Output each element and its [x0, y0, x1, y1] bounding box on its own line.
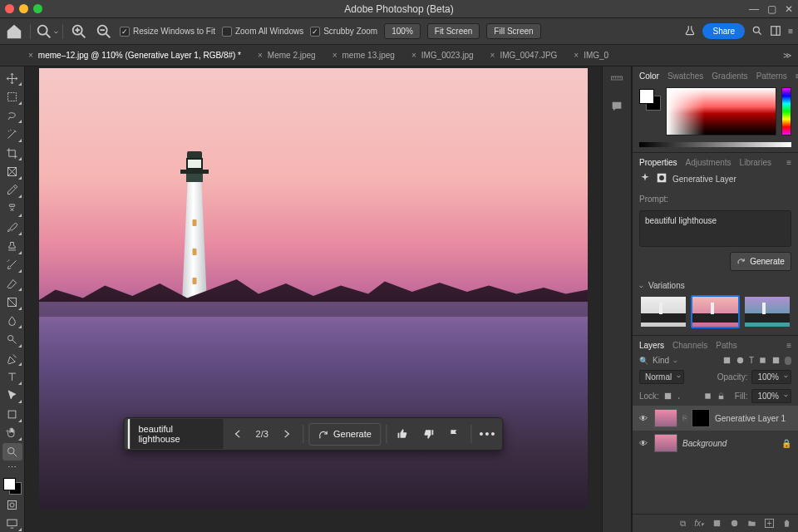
filter-adjust-icon[interactable]: [736, 356, 745, 365]
healing-tool[interactable]: [2, 200, 22, 217]
zoom-in-icon[interactable]: [70, 22, 88, 41]
comments-panel-icon[interactable]: [610, 100, 623, 115]
crop-tool[interactable]: [2, 145, 22, 161]
filter-pixel-icon[interactable]: [722, 356, 732, 365]
thumbs-up-icon[interactable]: [392, 422, 414, 446]
eraser-tool[interactable]: [2, 275, 22, 292]
more-icon[interactable]: •••: [476, 422, 499, 446]
lock-move-icon[interactable]: [690, 392, 699, 401]
panel-menu-icon[interactable]: ≡: [786, 341, 791, 350]
layer-name[interactable]: Generative Layer 1: [715, 414, 786, 423]
group-icon[interactable]: [747, 519, 756, 528]
layer-row[interactable]: 👁⎘Generative Layer 1: [633, 406, 798, 431]
tab-close-icon[interactable]: ×: [574, 51, 579, 60]
lock-trans-icon[interactable]: [663, 392, 672, 401]
panel-tab-swatches[interactable]: Swatches: [667, 71, 703, 81]
visibility-icon[interactable]: 👁: [639, 439, 649, 448]
dodge-tool[interactable]: [2, 331, 22, 347]
filter-type-icon[interactable]: T: [749, 356, 754, 365]
window-close[interactable]: [5, 4, 14, 13]
panel-tab-paths[interactable]: Paths: [716, 341, 737, 350]
window-zoom[interactable]: [33, 4, 42, 13]
panel-menu-icon[interactable]: ≡: [788, 27, 793, 36]
move-tool[interactable]: [2, 70, 22, 86]
fill-input[interactable]: 100%: [751, 389, 791, 403]
document-tab[interactable]: ×IMG_0: [570, 51, 612, 60]
filter-smart-icon[interactable]: [771, 356, 781, 365]
panel-tab-libraries[interactable]: Libraries: [740, 158, 771, 167]
home-icon[interactable]: [5, 22, 23, 41]
delete-layer-icon[interactable]: [782, 519, 791, 528]
zoom-tool-icon[interactable]: ⌵: [37, 22, 56, 41]
lock-icon[interactable]: 🔒: [781, 439, 791, 448]
layer-name[interactable]: Background: [682, 439, 727, 448]
filter-shape-icon[interactable]: [758, 356, 767, 365]
variation-thumb-1[interactable]: [639, 295, 687, 328]
visibility-icon[interactable]: 👁: [639, 414, 649, 423]
variation-thumb-3[interactable]: [743, 295, 791, 328]
document-tab[interactable]: ×IMG_0047.JPG: [487, 51, 561, 60]
mask-thumb[interactable]: [692, 409, 710, 427]
hand-tool[interactable]: [2, 425, 22, 441]
gradient-tool[interactable]: [2, 293, 22, 310]
frame-tool[interactable]: [2, 163, 22, 180]
layer-thumb[interactable]: [654, 409, 677, 427]
lasso-tool[interactable]: [2, 107, 22, 124]
panel-tab-adjustments[interactable]: Adjustments: [686, 158, 732, 167]
beaker-icon[interactable]: [684, 25, 696, 38]
blend-mode-dropdown[interactable]: Normal: [639, 370, 684, 384]
zoom-all-checkbox[interactable]: Zoom All Windows: [222, 27, 303, 37]
win-min-icon[interactable]: —: [749, 3, 759, 15]
generate-button[interactable]: Generate: [308, 423, 381, 446]
panel-tab-properties[interactable]: Properties: [639, 158, 677, 167]
wand-tool[interactable]: [2, 126, 22, 142]
variations-label[interactable]: ⌵Variations: [633, 276, 798, 295]
lock-paint-icon[interactable]: [677, 392, 686, 401]
shape-tool[interactable]: [2, 406, 22, 422]
edit-toolbar[interactable]: ⋯: [2, 462, 22, 473]
layer-row[interactable]: 👁Background🔒: [633, 431, 798, 456]
brush-tool[interactable]: [2, 219, 22, 236]
win-close-icon[interactable]: ✕: [785, 3, 793, 15]
panel-tab-color[interactable]: Color: [639, 71, 659, 81]
document-tab[interactable]: ×meme 13.jpeg: [329, 51, 398, 60]
color-field[interactable]: [666, 87, 776, 135]
link-layers-icon[interactable]: ⧉: [680, 519, 686, 529]
next-variation-button[interactable]: [275, 422, 298, 446]
tab-close-icon[interactable]: ×: [258, 51, 263, 60]
canvas-area[interactable]: beautiful lighthouse 2/3 Generate •••: [25, 66, 602, 532]
filter-toggle[interactable]: [785, 357, 791, 365]
opacity-input[interactable]: 100%: [751, 370, 791, 384]
window-minimize[interactable]: [19, 4, 28, 13]
new-layer-icon[interactable]: +: [765, 519, 774, 528]
document-tab[interactable]: ×meme–12.jpg @ 110% (Generative Layer 1,…: [25, 51, 244, 60]
zoom-100-button[interactable]: 100%: [384, 23, 421, 39]
scrubby-zoom-checkbox[interactable]: ✓Scrubby Zoom: [310, 27, 377, 37]
path-select-tool[interactable]: [2, 387, 22, 404]
brightness-strip[interactable]: [639, 142, 791, 147]
tab-close-icon[interactable]: ×: [490, 51, 495, 60]
zoom-out-icon[interactable]: [95, 22, 113, 41]
tabs-overflow-icon[interactable]: ≫: [783, 51, 791, 60]
resize-windows-checkbox[interactable]: ✓Resize Windows to Fit: [120, 27, 215, 37]
lock-all-icon[interactable]: [717, 392, 726, 401]
adjustment-layer-icon[interactable]: [730, 519, 739, 528]
stamp-tool[interactable]: [2, 238, 22, 254]
panel-tab-channels[interactable]: Channels: [672, 341, 707, 350]
panel-tab-patterns[interactable]: Patterns: [756, 71, 787, 81]
quickmask-icon[interactable]: [2, 496, 22, 513]
panel-color-swatch[interactable]: [639, 89, 661, 111]
marquee-tool[interactable]: [2, 88, 22, 105]
win-max-icon[interactable]: ▢: [767, 3, 776, 15]
workspace-icon[interactable]: [770, 25, 781, 38]
prev-variation-button[interactable]: [226, 422, 249, 446]
fit-screen-button[interactable]: Fit Screen: [427, 23, 480, 39]
panel-tab-layers[interactable]: Layers: [639, 341, 664, 350]
ruler-panel-icon[interactable]: [610, 71, 623, 86]
eyedropper-tool[interactable]: [2, 182, 22, 199]
tab-close-icon[interactable]: ×: [28, 51, 33, 60]
prompt-textarea[interactable]: beautiful lighthouse: [639, 210, 791, 247]
color-swatch[interactable]: [3, 478, 22, 495]
thumbs-down-icon[interactable]: [417, 422, 440, 446]
document-tab[interactable]: ×IMG_0023.jpg: [408, 51, 477, 60]
